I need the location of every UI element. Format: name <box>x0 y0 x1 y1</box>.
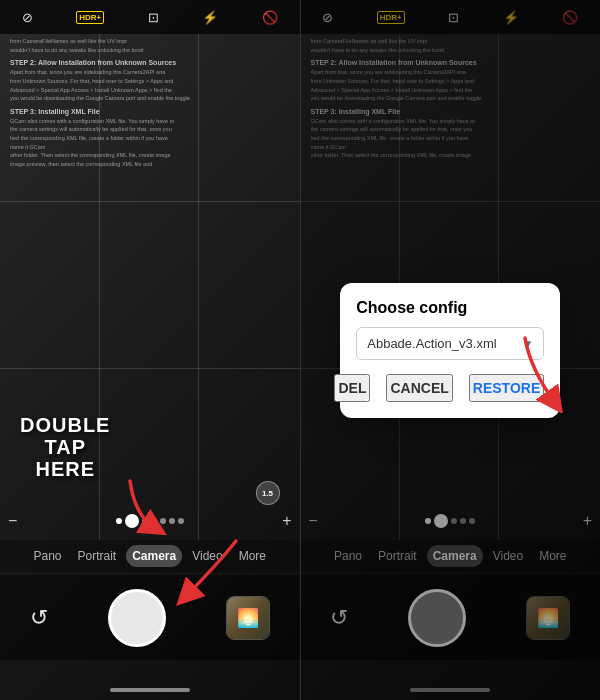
right-panel: from CameraFileNames as well like the UV… <box>301 0 601 700</box>
gallery-container: 🌅 <box>226 596 270 640</box>
tab-pano[interactable]: Pano <box>27 545 67 567</box>
doc-line: name it GCam <box>10 144 290 152</box>
version-badge: 1.5 <box>256 481 280 505</box>
doc-heading: STEP 2: Allow Installation from Unknown … <box>10 58 290 68</box>
choose-config-dialog: Choose config Abbade.Action_v3.xml ▼ DEL… <box>340 283 560 418</box>
restore-arrow <box>510 333 570 417</box>
doc-line: from CameraFileNames as well like the UV… <box>10 38 290 46</box>
selected-config-value: Abbade.Action_v3.xml <box>367 336 496 351</box>
doc-line: other folder. Then select the correspond… <box>10 152 290 160</box>
mode-tabs: Pano Portrait Camera Video More <box>0 540 300 572</box>
doc-line: hed the corresponding XML file, create a… <box>10 135 290 143</box>
home-indicator <box>110 688 190 692</box>
slider-dot <box>178 518 184 524</box>
doc-line: Advanced > Special App Access > Install … <box>10 87 290 95</box>
doc-line: image preview, then select the correspon… <box>10 161 290 169</box>
doc-heading: STEP 3: Installing XML File <box>10 107 290 117</box>
top-toolbar: ⊘ HDR+ ⊡ ⚡ 🚫 <box>0 0 300 34</box>
flash-off-icon[interactable]: 🚫 <box>262 10 278 25</box>
minus-button[interactable]: − <box>8 512 17 530</box>
bottom-controls: ↺ 🌅 <box>0 575 300 660</box>
dialog-title: Choose config <box>356 299 544 317</box>
cancel-button[interactable]: CANCEL <box>386 374 452 402</box>
arrow-indicator <box>120 476 170 540</box>
tab-portrait[interactable]: Portrait <box>71 545 122 567</box>
left-panel: from CameraFileNames as well like the UV… <box>0 0 300 700</box>
del-button[interactable]: DEL <box>334 374 370 402</box>
doc-line: you would be downloading the Google Came… <box>10 95 290 103</box>
rotate-camera-icon[interactable]: ↺ <box>30 605 48 631</box>
doc-line: from Unknown Sources. For that, head ove… <box>10 78 290 86</box>
double-tap-label: DOUBLE TAP HERE <box>20 414 110 480</box>
dialog-overlay: Choose config Abbade.Action_v3.xml ▼ DEL… <box>301 0 601 700</box>
doc-line: GCam also comes with a configuration XML… <box>10 118 290 126</box>
doc-line: the camera settings will automatically b… <box>10 126 290 134</box>
doc-line: Apart from that, since you are sideloadi… <box>10 69 290 77</box>
doc-line: wouldn't have to do any tweaks like unlo… <box>10 47 290 55</box>
timer-off-icon[interactable]: ⊘ <box>22 10 33 25</box>
shutter-button[interactable] <box>108 589 166 647</box>
panorama-icon[interactable]: ⊡ <box>148 10 159 25</box>
hdr-plus-badge[interactable]: HDR+ <box>76 11 104 24</box>
plus-button[interactable]: + <box>282 512 291 530</box>
flash-auto-icon[interactable]: ⚡ <box>202 10 218 25</box>
